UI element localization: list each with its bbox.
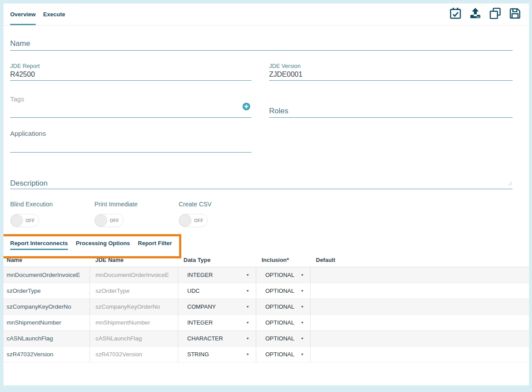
blind-execution-toggle[interactable]: OFF	[10, 214, 39, 227]
cell-jde-name: mnDocumentOrderInvoiceE	[90, 267, 178, 283]
toggle-knob	[179, 214, 191, 227]
inclusion-select[interactable]: OPTIONAL▼	[262, 272, 310, 278]
dropdown-caret-icon: ▼	[300, 336, 304, 340]
cell-inclusion: OPTIONAL▼	[256, 267, 310, 283]
textarea-resize-grip-icon[interactable]	[507, 179, 513, 187]
data-type-select[interactable]: INTEGER▼	[184, 272, 256, 278]
cell-name: mnShipmentNumber	[4, 314, 90, 330]
tab-report-interconnects[interactable]: Report Interconnects	[10, 240, 68, 250]
cell-data-type: INTEGER▼	[178, 267, 256, 283]
execution-toggles: Blind Execution OFF Print Immediate OFF …	[10, 201, 513, 227]
table-row: szCompanyKeyOrderNoszCompanyKeyOrderNoCO…	[4, 299, 529, 314]
tab-report-filter[interactable]: Report Filter	[138, 240, 172, 250]
cell-data-type: COMPANY▼	[178, 299, 256, 314]
table-row: cASNLaunchFlagcASNLaunchFlagCHARACTER▼OP…	[4, 330, 529, 346]
tab-execute[interactable]: Execute	[43, 4, 65, 25]
dropdown-caret-icon: ▼	[300, 289, 304, 292]
print-immediate-toggle[interactable]: OFF	[94, 214, 124, 227]
table-row: mnDocumentOrderInvoiceEmnDocumentOrderIn…	[4, 267, 529, 283]
cell-name: szCompanyKeyOrderNo	[4, 299, 90, 314]
applications-field-label: Applications	[10, 130, 251, 138]
inclusion-value: OPTIONAL	[266, 335, 295, 342]
cell-jde-name: cASNLaunchFlag	[90, 330, 178, 346]
cell-default[interactable]	[310, 314, 529, 330]
inclusion-select[interactable]: OPTIONAL▼	[262, 351, 310, 358]
toggle-state-label: OFF	[110, 218, 119, 223]
cell-jde-name: szOrderType	[90, 283, 178, 299]
overview-form: Name JDE Report R42500 JDE Version ZJDE0…	[4, 39, 529, 227]
add-tag-button[interactable]	[242, 102, 251, 111]
inclusion-value: OPTIONAL	[266, 319, 295, 326]
table-row: szR47032VersionszR47032VersionSTRING▼OPT…	[4, 346, 529, 362]
jde-report-label: JDE Report	[10, 63, 251, 69]
name-field-label: Name	[10, 39, 513, 48]
cell-default[interactable]	[310, 283, 529, 299]
cell-data-type: CHARACTER▼	[178, 330, 256, 346]
toggle-state-label: OFF	[26, 218, 35, 223]
data-type-value: COMPANY	[187, 303, 216, 310]
name-field[interactable]: Name	[10, 39, 513, 51]
cell-inclusion: OPTIONAL▼	[256, 330, 310, 346]
inclusion-select[interactable]: OPTIONAL▼	[262, 319, 310, 326]
inclusion-select[interactable]: OPTIONAL▼	[262, 303, 310, 310]
data-type-select[interactable]: CHARACTER▼	[184, 335, 256, 342]
create-csv-toggle[interactable]: OFF	[179, 214, 208, 227]
tab-overview[interactable]: Overview	[10, 4, 36, 25]
copy-button[interactable]	[488, 7, 502, 22]
data-type-select[interactable]: INTEGER▼	[184, 319, 256, 326]
inclusion-select[interactable]: OPTIONAL▼	[262, 335, 310, 342]
jde-report-value: R42500	[10, 69, 251, 80]
cell-default[interactable]	[310, 299, 529, 314]
dropdown-caret-icon: ▼	[246, 289, 250, 292]
save-button[interactable]	[508, 7, 522, 22]
report-interconnects-table: Name JDE Name Data Type Inclusion* Defau…	[4, 254, 529, 362]
roles-field[interactable]: Roles	[269, 107, 513, 118]
top-tab-bar: Overview Execute	[4, 4, 529, 26]
data-type-value: INTEGER	[187, 272, 213, 278]
upload-button[interactable]	[468, 7, 482, 22]
report-interconnects-table-body: mnDocumentOrderInvoiceEmnDocumentOrderIn…	[4, 267, 529, 362]
toolbar	[448, 4, 522, 25]
cell-inclusion: OPTIONAL▼	[256, 314, 310, 330]
cell-default[interactable]	[310, 330, 529, 346]
inclusion-value: OPTIONAL	[266, 272, 295, 278]
cell-inclusion: OPTIONAL▼	[256, 346, 310, 362]
data-type-select[interactable]: COMPANY▼	[184, 303, 256, 310]
data-type-select[interactable]: STRING▼	[184, 351, 256, 358]
dropdown-caret-icon: ▼	[246, 321, 250, 324]
dropdown-caret-icon: ▼	[246, 273, 250, 276]
data-type-value: UDC	[187, 287, 200, 294]
tags-field[interactable]: Tags	[10, 95, 251, 118]
description-field[interactable]: Description	[10, 179, 513, 189]
data-type-value: INTEGER	[187, 319, 213, 326]
jde-report-field[interactable]: JDE Report R42500	[10, 63, 251, 81]
toggle-knob	[95, 214, 107, 227]
blind-execution-label: Blind Execution	[10, 201, 94, 208]
cell-jde-name: szCompanyKeyOrderNo	[90, 299, 178, 314]
cell-inclusion: OPTIONAL▼	[256, 283, 310, 299]
dropdown-caret-icon: ▼	[246, 336, 250, 340]
cell-jde-name: mnShipmentNumber	[90, 314, 178, 330]
tags-placeholder: Tags	[10, 95, 251, 103]
schedule-button[interactable]	[448, 7, 462, 22]
cell-default[interactable]	[310, 346, 529, 362]
jde-version-value: ZJDE0001	[269, 69, 513, 80]
table-row: mnShipmentNumbermnShipmentNumberINTEGER▼…	[4, 314, 529, 330]
save-icon	[508, 7, 522, 22]
page-frame: { "colors": { "frame_bg": "#d8edf3", "ac…	[0, 0, 532, 392]
copy-icon	[488, 7, 502, 22]
tab-processing-options[interactable]: Processing Options	[76, 240, 130, 250]
jde-version-label: JDE Version	[269, 63, 513, 69]
applications-field[interactable]: Applications	[10, 130, 251, 153]
cell-default[interactable]	[310, 267, 529, 283]
inclusion-value: OPTIONAL	[266, 351, 295, 358]
description-field-label: Description	[10, 179, 513, 188]
jde-version-field[interactable]: JDE Version ZJDE0001	[269, 63, 513, 81]
cell-name: szR47032Version	[4, 346, 90, 362]
plus-icon	[242, 102, 251, 111]
upload-icon	[468, 7, 482, 22]
cell-data-type: UDC▼	[178, 283, 256, 299]
inclusion-select[interactable]: OPTIONAL▼	[262, 287, 310, 294]
roles-field-label: Roles	[269, 107, 513, 116]
data-type-select[interactable]: UDC▼	[184, 287, 256, 294]
